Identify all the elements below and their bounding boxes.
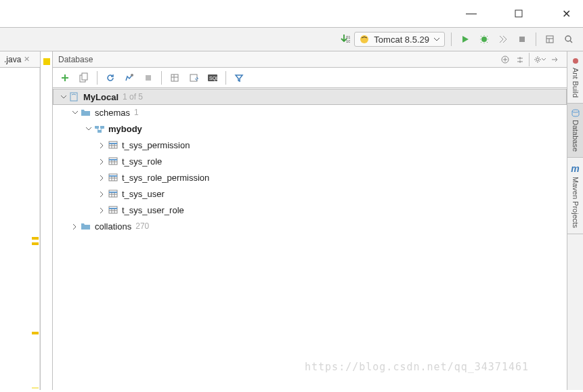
database-header: Database [53, 51, 567, 68]
disconnect-button[interactable] [140, 70, 156, 86]
table-editor-button[interactable] [167, 70, 183, 86]
svg-point-15 [131, 74, 133, 77]
run-config-dropdown[interactable]: Tomcat 8.5.29 [354, 32, 445, 47]
add-datasource-button[interactable] [498, 53, 512, 66]
jump-to-console-button[interactable] [186, 70, 202, 86]
table-name: t_sys_role [122, 156, 162, 167]
svg-rect-42 [109, 190, 117, 197]
chevron-down-icon [433, 36, 440, 43]
editor-gutter-2 [41, 51, 53, 390]
duplicate-button[interactable] [76, 70, 92, 86]
sidetab-ant-build[interactable]: Ant Build [567, 51, 583, 104]
schema-icon [93, 124, 106, 133]
svg-rect-32 [109, 158, 117, 165]
table-icon [107, 156, 119, 166]
database-tool-window: Database SQL MyLocal [53, 51, 567, 390]
editor-marker-strip [0, 68, 40, 390]
minimize-button[interactable]: — [461, 3, 481, 24]
tomcat-icon [359, 34, 370, 45]
table-node-t-sys-user[interactable]: t_sys_user [53, 186, 567, 202]
svg-line-10 [570, 41, 572, 43]
svg-text:SQL: SQL [209, 76, 218, 81]
datasource-properties-button[interactable] [121, 70, 137, 86]
datasource-icon [68, 91, 81, 102]
table-name: t_sys_role_permission [122, 173, 209, 183]
svg-rect-47 [109, 206, 117, 213]
svg-point-9 [565, 36, 571, 41]
filter-button[interactable] [231, 70, 247, 86]
datasource-name: MyLocal [83, 92, 118, 102]
watermark-text: https://blog.csdn.net/qq_34371461 [305, 361, 529, 373]
editor-tab-java[interactable]: .java ✕ [0, 51, 40, 68]
svg-rect-24 [95, 126, 99, 129]
maximize-icon [515, 9, 523, 18]
svg-rect-17 [171, 74, 178, 81]
table-name: t_sys_user [122, 189, 165, 199]
svg-rect-37 [109, 174, 117, 181]
table-node-t-sys-user-role[interactable]: t_sys_user_role [53, 202, 567, 218]
table-node-t-sys-role-permission[interactable]: t_sys_role_permission [53, 169, 567, 186]
project-structure-button[interactable] [542, 32, 557, 47]
schemas-node[interactable]: schemas 1 [53, 104, 567, 121]
table-name: t_sys_permission [122, 140, 190, 150]
svg-rect-6 [546, 36, 553, 43]
table-node-t-sys-role[interactable]: t_sys_role [53, 153, 567, 169]
sidetab-maven[interactable]: m Maven Projects [567, 158, 583, 234]
svg-rect-5 [519, 37, 525, 42]
refresh-button[interactable] [102, 70, 118, 86]
database-tree[interactable]: MyLocal 1 of 5 schemas 1 mybody t_sys_pe… [53, 88, 567, 390]
settings-button[interactable] [533, 53, 546, 66]
table-icon [107, 205, 119, 215]
svg-rect-27 [109, 141, 117, 148]
svg-point-52 [573, 58, 578, 64]
schema-node-mybody[interactable]: mybody [53, 121, 567, 137]
maven-icon: m [571, 163, 579, 174]
close-tab-icon[interactable]: ✕ [24, 55, 30, 64]
run-button[interactable] [458, 32, 473, 47]
schemas-count: 1 [134, 108, 139, 117]
new-button[interactable] [57, 70, 73, 86]
svg-rect-25 [100, 126, 104, 129]
datasource-node-mylocal[interactable]: MyLocal 1 of 5 [53, 89, 567, 105]
make-project-button[interactable]: 0110 [338, 33, 350, 45]
window-titlebar: — ✕ [0, 0, 583, 27]
debug-button[interactable] [477, 32, 492, 47]
table-node-t-sys-permission[interactable]: t_sys_permission [53, 137, 567, 153]
right-tool-strip: Ant Build Database m Maven Projects [567, 51, 583, 390]
main-toolbar: 0110 Tomcat 8.5.29 [0, 27, 583, 51]
svg-text:10: 10 [346, 39, 350, 43]
editor-left-strip: .java ✕ [0, 51, 41, 390]
schema-name: mybody [108, 124, 142, 134]
svg-point-3 [360, 35, 368, 43]
sidetab-database[interactable]: Database [567, 104, 583, 158]
collapse-button[interactable] [513, 53, 527, 66]
close-button[interactable]: ✕ [556, 3, 576, 24]
svg-rect-14 [82, 73, 87, 80]
stop-button[interactable] [515, 32, 530, 47]
table-icon [107, 140, 119, 150]
svg-point-4 [481, 37, 487, 42]
maximize-button[interactable] [509, 3, 529, 24]
table-icon [107, 189, 119, 198]
search-everywhere-button[interactable] [561, 32, 576, 47]
close-icon: ✕ [562, 7, 571, 20]
schemas-label: schemas [95, 108, 130, 118]
table-name: t_sys_user_role [122, 205, 184, 215]
open-console-button[interactable]: SQL [204, 70, 221, 86]
hide-button[interactable] [548, 53, 561, 66]
svg-point-12 [536, 58, 539, 61]
datasource-badge: 1 of 5 [123, 92, 143, 102]
folder-icon [80, 108, 92, 117]
collations-count: 270 [135, 221, 149, 231]
editor-tab-label: .java [4, 55, 21, 64]
collations-node[interactable]: collations 270 [53, 218, 567, 234]
coverage-button[interactable] [496, 32, 511, 47]
minimize-icon: — [466, 7, 477, 20]
folder-icon [80, 221, 92, 231]
collations-label: collations [95, 221, 131, 232]
svg-rect-16 [146, 75, 151, 81]
database-icon [571, 109, 580, 117]
svg-rect-20 [190, 74, 197, 81]
svg-rect-0 [515, 10, 522, 17]
run-config-name: Tomcat 8.5.29 [374, 35, 429, 45]
